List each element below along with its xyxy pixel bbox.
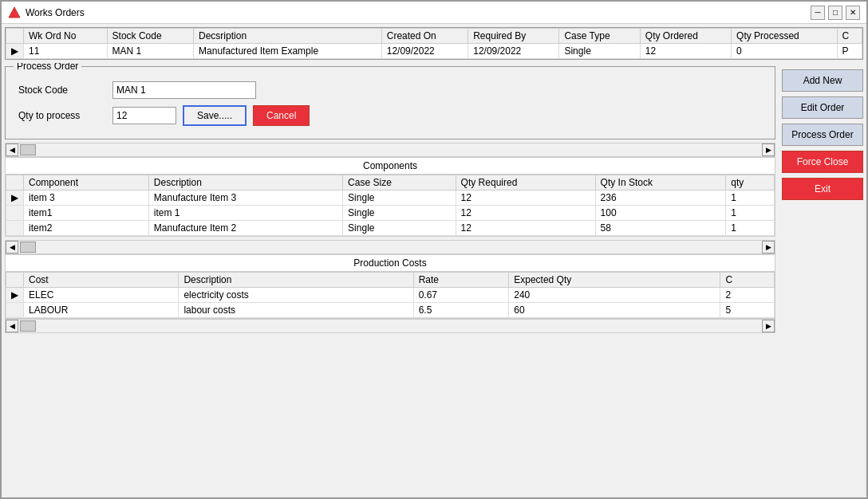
- col-case-type: Case Type: [559, 29, 640, 44]
- cell-qty-in-stock: 58: [595, 221, 726, 236]
- col-stock-code: Stock Code: [107, 29, 193, 44]
- cell-component: item 3: [24, 191, 149, 206]
- minimize-button[interactable]: ─: [811, 6, 825, 20]
- table-row[interactable]: ▶ 11 MAN 1 Manufactured Item Example 12/…: [6, 44, 862, 59]
- table-row[interactable]: item2 Manufacture Item 2 Single 12 58 1: [6, 221, 775, 236]
- col-description: Decsription: [194, 29, 382, 44]
- comp-col-description: Description: [148, 175, 342, 191]
- cell-qty-in-stock: 236: [595, 191, 726, 206]
- close-button[interactable]: ✕: [846, 6, 860, 20]
- comp-col-indicator: [6, 175, 24, 191]
- comp-col-component: Component: [24, 175, 149, 191]
- cell-qty-ordered: 12: [640, 44, 731, 59]
- production-costs-header: Production Costs: [5, 254, 775, 271]
- prod-col-rate: Rate: [413, 273, 509, 288]
- cell-case-size: Single: [343, 206, 456, 221]
- scroll-thumb[interactable]: [20, 320, 36, 332]
- cell-qty: 1: [726, 221, 775, 236]
- production-scrollbar[interactable]: ◀ ▶: [5, 319, 775, 333]
- comp-col-case-size: Case Size: [343, 175, 456, 191]
- window-title: Works Orders: [26, 7, 85, 18]
- row-indicator: [6, 221, 24, 236]
- cell-component: item1: [24, 206, 149, 221]
- title-bar: Works Orders ─ □ ✕: [2, 2, 866, 24]
- exit-button[interactable]: Exit: [782, 178, 863, 200]
- components-scrollbar[interactable]: ◀ ▶: [5, 240, 775, 254]
- scroll-thumb[interactable]: [20, 144, 36, 155]
- table-row[interactable]: LABOUR labour costs 6.5 60 5: [6, 303, 775, 318]
- cell-description: Manufactured Item Example: [194, 44, 382, 59]
- title-controls: ─ □ ✕: [811, 6, 860, 20]
- left-panel: Process Order Stock Code Qty to process …: [2, 63, 779, 497]
- title-bar-left: Works Orders: [8, 6, 85, 19]
- row-indicator: ▶: [6, 288, 24, 303]
- cancel-button[interactable]: Cancel: [253, 105, 310, 126]
- edit-order-button[interactable]: Edit Order: [782, 96, 863, 119]
- right-panel: Add New Edit Order Process Order Force C…: [779, 63, 866, 497]
- scroll-right-button[interactable]: ▶: [762, 320, 775, 332]
- process-order-form: Process Order Stock Code Qty to process …: [5, 66, 775, 139]
- cell-rate: 6.5: [413, 303, 509, 318]
- works-orders-table: Wk Ord No Stock Code Decsription Created…: [6, 28, 862, 59]
- force-close-button[interactable]: Force Close: [782, 151, 863, 173]
- scroll-right-button[interactable]: ▶: [762, 143, 775, 156]
- comp-col-qty: qty: [726, 175, 775, 191]
- prod-col-expected-qty: Expected Qty: [509, 273, 720, 288]
- components-area: Components Component Description Case Si…: [5, 157, 775, 237]
- stock-code-input[interactable]: [112, 81, 256, 99]
- scroll-left-button[interactable]: ◀: [6, 143, 18, 156]
- prod-col-cost: Cost: [24, 273, 179, 288]
- process-order-button[interactable]: Process Order: [782, 124, 863, 146]
- components-table: Component Description Case Size Qty Requ…: [6, 175, 775, 236]
- prod-col-indicator: [6, 273, 24, 288]
- content-area: Wk Ord No Stock Code Decsription Created…: [2, 24, 866, 497]
- col-indicator: [6, 29, 24, 44]
- row-indicator: [6, 206, 24, 221]
- cell-c: P: [837, 44, 862, 59]
- scroll-right-button[interactable]: ▶: [762, 241, 775, 253]
- col-created-on: Created On: [381, 29, 468, 44]
- maximize-button[interactable]: □: [828, 6, 842, 20]
- table-row[interactable]: ▶ ELEC electricity costs 0.67 240 2: [6, 288, 775, 303]
- cell-qty: 1: [726, 206, 775, 221]
- cell-description: electricity costs: [179, 288, 413, 303]
- add-new-button[interactable]: Add New: [782, 69, 863, 92]
- table-row[interactable]: item1 item 1 Single 12 100 1: [6, 206, 775, 221]
- cell-qty-required: 12: [456, 221, 595, 236]
- comp-col-qty-in-stock: Qty In Stock: [595, 175, 726, 191]
- cell-description: Manufacture Item 3: [148, 191, 342, 206]
- top-scrollbar[interactable]: ◀ ▶: [5, 143, 775, 157]
- cell-c: 5: [720, 303, 775, 318]
- scroll-left-button[interactable]: ◀: [6, 241, 18, 253]
- qty-row: Qty to process Save..... Cancel: [18, 105, 762, 126]
- production-costs-table: Cost Description Rate Expected Qty C ▶: [6, 272, 775, 318]
- svg-marker-0: [9, 7, 20, 18]
- cell-qty-processed: 0: [732, 44, 838, 59]
- stock-code-row: Stock Code: [18, 81, 762, 99]
- cell-rate: 0.67: [413, 288, 509, 303]
- col-qty-processed: Qty Processed: [732, 29, 838, 44]
- col-wk-ord-no: Wk Ord No: [24, 29, 108, 44]
- save-button[interactable]: Save.....: [183, 105, 247, 126]
- app-logo-icon: [8, 6, 21, 19]
- main-window: Works Orders ─ □ ✕ Wk Ord No Stock Code …: [0, 0, 868, 499]
- production-costs-table-container: Cost Description Rate Expected Qty C ▶: [5, 271, 775, 319]
- cell-expected-qty: 240: [509, 288, 720, 303]
- row-indicator: [6, 303, 24, 318]
- qty-input[interactable]: [112, 107, 176, 124]
- cell-wk-ord-no: 11: [24, 44, 108, 59]
- cell-created-on: 12/09/2022: [381, 44, 468, 59]
- form-legend: Process Order: [14, 63, 81, 72]
- table-row[interactable]: ▶ item 3 Manufacture Item 3 Single 12 23…: [6, 191, 775, 206]
- col-required-by: Required By: [468, 29, 559, 44]
- components-header: Components: [5, 157, 775, 174]
- cell-case-size: Single: [343, 221, 456, 236]
- prod-col-description: Description: [179, 273, 413, 288]
- scroll-thumb[interactable]: [20, 242, 36, 253]
- cell-qty: 1: [726, 191, 775, 206]
- production-costs-area: Production Costs Cost Description Rate E…: [5, 254, 775, 319]
- cell-case-size: Single: [343, 191, 456, 206]
- cell-c: 2: [720, 288, 775, 303]
- scroll-left-button[interactable]: ◀: [6, 320, 18, 332]
- cell-cost: LABOUR: [24, 303, 179, 318]
